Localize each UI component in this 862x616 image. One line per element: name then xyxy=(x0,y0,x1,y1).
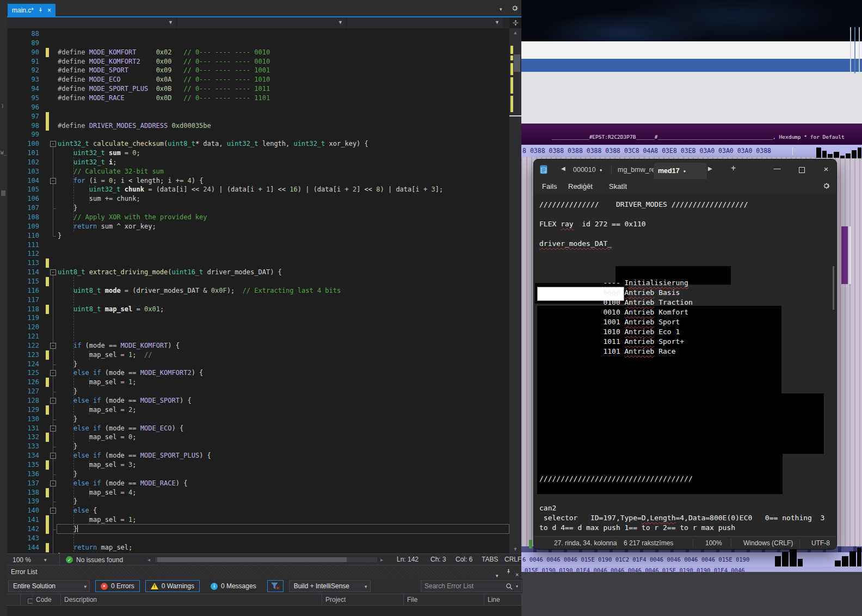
code-line[interactable]: #define MODE_RACE 0x0D // 0--- ---- ----… xyxy=(58,94,270,103)
scroll-right-icon[interactable]: ▸ xyxy=(380,557,383,563)
fold-collapse-icon[interactable]: - xyxy=(50,481,56,486)
code-line[interactable]: // Apply XOR with the provided key xyxy=(58,213,207,222)
scrollbar-thumb[interactable] xyxy=(157,557,347,562)
code-line[interactable]: else if (mode == MODE_SPORT_PLUS) { xyxy=(58,451,211,460)
code-line[interactable]: uint8_t extract_driving_mode(uint16_t dr… xyxy=(58,268,282,277)
code-line[interactable]: uint8_t mode = (driver_modes_DAT & 0x0F)… xyxy=(58,286,341,295)
code-line[interactable]: else if (mode == MODE_KOMFORT2) { xyxy=(58,368,203,378)
code-line[interactable]: } xyxy=(58,415,77,424)
error-list-grid[interactable] xyxy=(7,606,521,616)
tab-main-c[interactable]: main.c* × xyxy=(8,4,56,16)
provider-filter-dropdown[interactable]: Build + IntelliSense ▾ xyxy=(289,580,371,592)
scope-dropdown[interactable]: ▼ xyxy=(177,17,347,28)
code-line[interactable]: } xyxy=(58,360,77,369)
status-line-ending[interactable]: CRLF xyxy=(504,556,521,563)
member-dropdown[interactable]: ▼ xyxy=(347,17,503,28)
tab-scroll-right-icon[interactable]: ▶ xyxy=(708,165,712,171)
fold-collapse-icon[interactable]: - xyxy=(50,141,56,147)
status-encoding[interactable]: UTF-8 xyxy=(811,539,830,547)
scroll-left-icon[interactable]: ◂ xyxy=(147,557,150,563)
notepad-tab-2[interactable]: mg_bmw_re xyxy=(613,163,659,176)
close-icon[interactable]: × xyxy=(47,7,51,14)
scroll-down-icon[interactable]: ▼ xyxy=(509,546,521,552)
code-line[interactable]: #define MODE_SPORT_PLUS 0x0B // 0--- ---… xyxy=(58,84,270,94)
chevron-down-icon[interactable]: ▾ xyxy=(516,584,518,589)
code-line[interactable]: #define DRIVER_MODES_ADDRESS 0xd00035be xyxy=(58,121,211,131)
code-line[interactable]: } xyxy=(58,497,77,506)
code-line[interactable]: uint32_t calculate_checksum(uint8_t* dat… xyxy=(58,139,368,149)
code-line[interactable]: map_sel = 4; xyxy=(58,488,137,497)
notepad-tab-3-active[interactable]: med17 ● xyxy=(654,163,707,179)
menu-edit[interactable]: Rediģēt xyxy=(568,182,593,190)
code-line[interactable]: else if (mode == MODE_RACE) { xyxy=(58,479,187,488)
code-line[interactable]: } xyxy=(58,470,77,479)
chevron-down-icon[interactable]: ▾ xyxy=(500,7,502,12)
document-health-indicator[interactable]: ✓ No issues found xyxy=(66,554,123,565)
code-line[interactable]: for (i = 0; i < length; i += 4) { xyxy=(58,176,203,186)
horizontal-scrollbar[interactable] xyxy=(155,557,377,562)
minimize-icon[interactable]: — xyxy=(769,164,785,173)
status-line-ending[interactable]: Windows (CRLF) xyxy=(743,539,793,547)
scrollbar-thumb[interactable] xyxy=(514,54,520,72)
column-description[interactable]: Description xyxy=(61,594,322,605)
window-close-icon[interactable]: × xyxy=(818,164,834,174)
code-line[interactable]: uint32_t chunk = (data[i] << 24) | (data… xyxy=(58,185,443,194)
code-line[interactable]: sum += chunk; xyxy=(58,194,140,204)
code-line[interactable]: } xyxy=(58,231,61,241)
fold-collapse-icon[interactable]: - xyxy=(50,426,56,432)
status-indent-mode[interactable]: TABS xyxy=(482,556,498,563)
code-line[interactable]: uint32_t sum = 0; xyxy=(58,149,140,158)
code-line[interactable]: return sum ^ xor_key; xyxy=(58,222,156,231)
menu-view[interactable]: Skatīt xyxy=(609,182,627,190)
code-line[interactable]: if (mode == MODE_KOMFORT) { xyxy=(58,341,180,350)
pin-icon[interactable] xyxy=(38,7,44,13)
code-line[interactable]: map_sel = 2; xyxy=(58,405,137,415)
column-project[interactable]: Project xyxy=(322,594,404,605)
warnings-toggle-button[interactable]: ! 0 Warnings xyxy=(145,580,200,592)
search-error-list-input[interactable]: Search Error List ▾ xyxy=(421,580,522,592)
maximize-icon[interactable] xyxy=(799,167,805,173)
notepad-scrollbar-thumb[interactable] xyxy=(833,266,834,310)
notepad-text-area[interactable]: ////////////// DRIVER_MODES ////////////… xyxy=(534,194,836,536)
code-line[interactable]: } xyxy=(58,387,77,396)
code-line[interactable]: map_sel = 1; xyxy=(58,378,137,387)
tab-scroll-left-icon[interactable]: ◀ xyxy=(561,165,565,171)
code-line[interactable]: // Calculate 32-bit sum xyxy=(58,167,164,176)
zoom-control[interactable]: 100 % ▾ xyxy=(8,554,60,565)
code-line[interactable]: map_sel = 1; // xyxy=(58,350,152,360)
notepad-text[interactable]: ////////////// DRIVER_MODES ////////////… xyxy=(534,194,824,533)
code-line[interactable]: map_sel = 3; xyxy=(58,460,137,470)
column-line[interactable]: Line xyxy=(484,594,517,605)
scope-filter-dropdown[interactable]: Entire Solution ▾ xyxy=(8,580,90,592)
code-line[interactable]: map_sel = 0; xyxy=(58,433,137,442)
code-line[interactable]: } xyxy=(58,442,77,451)
column-code[interactable]: Code xyxy=(33,594,61,605)
column-file[interactable]: File xyxy=(404,594,484,605)
code-line[interactable]: #define MODE_KOMFORT 0x02 // 0--- ---- -… xyxy=(58,48,270,57)
notepad-titlebar[interactable]: ◀ 000010 ● mg_bmw_re med17 ● ▶ + — × xyxy=(534,159,836,179)
error-list-titlebar[interactable]: Error List ▾ × xyxy=(7,565,521,578)
filter-button[interactable] xyxy=(267,580,284,592)
messages-toggle-button[interactable]: i 0 Messages xyxy=(205,580,262,592)
fold-collapse-icon[interactable]: - xyxy=(50,398,56,404)
code-editor[interactable]: 888990#define MODE_KOMFORT 0x02 // 0--- … xyxy=(8,28,509,553)
code-line[interactable]: #define MODE_SPORT 0x09 // 0--- ---- ---… xyxy=(58,66,270,75)
code-line[interactable]: else { xyxy=(58,506,97,515)
status-zoom[interactable]: 100% xyxy=(705,539,722,547)
pin-icon[interactable] xyxy=(506,568,512,575)
code-line[interactable]: } xyxy=(58,204,77,213)
gear-icon[interactable] xyxy=(511,4,519,12)
code-line[interactable]: #define MODE_KOMFORT2 0x00 // 0--- ---- … xyxy=(58,57,270,66)
new-tab-icon[interactable]: + xyxy=(731,163,736,173)
fold-collapse-icon[interactable]: - xyxy=(50,343,56,349)
code-line[interactable]: else if (mode == MODE_ECO) { xyxy=(58,424,183,433)
editor-vertical-scrollbar[interactable]: ▲ ▼ xyxy=(509,28,521,553)
fold-collapse-icon[interactable]: - xyxy=(50,370,56,376)
code-line[interactable]: uint8_t map_sel = 0x01; xyxy=(58,305,164,314)
column-severity[interactable] xyxy=(21,594,33,605)
errors-toggle-button[interactable]: × 0 Errors xyxy=(95,580,140,592)
notepad-tab-1[interactable]: 000010 ● xyxy=(569,163,617,176)
fold-collapse-icon[interactable]: - xyxy=(50,508,56,514)
code-line[interactable]: return map_sel; xyxy=(58,543,132,552)
code-line[interactable]: #define MODE_ECO 0x0A // 0--- ---- ---- … xyxy=(58,75,270,84)
